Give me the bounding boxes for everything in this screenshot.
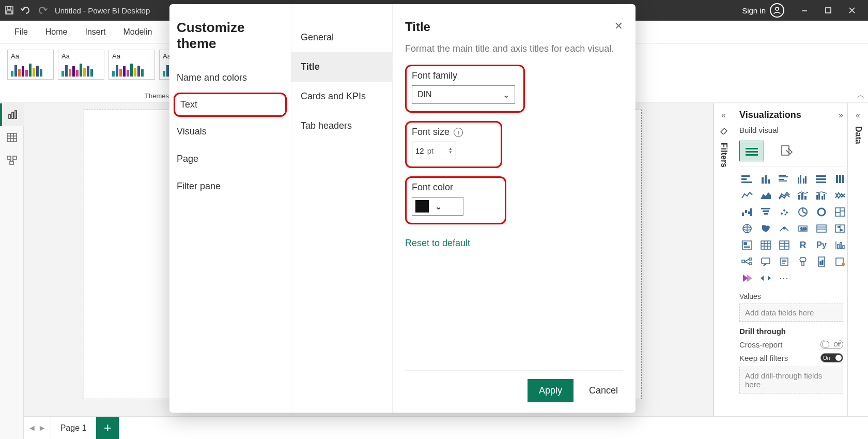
clustered-column-chart-icon[interactable] — [795, 172, 811, 186]
font-family-select[interactable]: DIN ⌄ — [412, 85, 515, 104]
redo-icon[interactable] — [37, 5, 48, 16]
qa-visual-icon[interactable] — [758, 255, 773, 268]
ribbon-tab-file[interactable]: File — [14, 27, 28, 37]
undo-icon[interactable] — [21, 5, 31, 16]
stacked-column-chart-icon[interactable] — [758, 172, 773, 186]
drill-through-field-well[interactable]: Add drill-through fields here — [739, 367, 843, 393]
line-chart-icon[interactable] — [739, 189, 755, 202]
report-view-icon[interactable] — [0, 103, 24, 126]
line-clustered-column-icon[interactable] — [814, 189, 829, 202]
hundred-stacked-bar-icon[interactable] — [814, 172, 829, 186]
ribbon-tab-home[interactable]: Home — [45, 27, 68, 37]
svg-point-61 — [783, 209, 785, 211]
info-icon[interactable]: i — [454, 128, 463, 137]
ribbon-tab-modeling[interactable]: Modelin — [123, 27, 152, 37]
svg-point-114 — [842, 263, 845, 266]
ribbon-chart-icon[interactable] — [832, 189, 847, 202]
apply-button[interactable]: Apply — [528, 379, 574, 402]
goals-icon[interactable] — [795, 255, 811, 268]
nav-visuals[interactable]: Visuals — [169, 118, 291, 145]
map-icon[interactable] — [739, 222, 755, 235]
azure-map-icon[interactable] — [777, 222, 792, 235]
clustered-bar-chart-icon[interactable] — [777, 172, 792, 186]
slicer-icon[interactable] — [758, 238, 773, 252]
py-visual-icon[interactable]: Py — [814, 238, 829, 252]
key-influencers-icon[interactable] — [832, 238, 847, 252]
cat-tab-headers[interactable]: Tab headers — [291, 111, 392, 141]
svg-rect-28 — [762, 177, 764, 184]
chevron-right-icon[interactable]: » — [839, 111, 843, 120]
build-visual-tab[interactable] — [739, 141, 764, 161]
add-page-button[interactable]: + — [96, 417, 119, 440]
font-color-picker[interactable]: ⌄ — [412, 197, 463, 216]
theme-thumb[interactable]: Aa — [7, 50, 54, 80]
cancel-button[interactable]: Cancel — [584, 379, 623, 402]
signin-button[interactable]: Sign in — [742, 3, 784, 18]
gauge-icon[interactable]: 123 — [795, 222, 811, 235]
treemap-icon[interactable] — [832, 205, 847, 219]
cross-report-toggle[interactable]: Off — [820, 340, 843, 349]
font-family-value: DIN — [417, 90, 432, 99]
page-tab[interactable]: Page 1 — [51, 417, 97, 440]
more-visuals-icon[interactable]: ⋯ — [777, 271, 792, 285]
stacked-area-chart-icon[interactable] — [777, 189, 792, 202]
donut-chart-icon[interactable] — [814, 205, 829, 219]
svg-rect-96 — [838, 245, 839, 249]
ribbon-collapse-icon[interactable]: ︿ — [857, 90, 865, 101]
hundred-stacked-column-icon[interactable] — [832, 172, 847, 186]
kpi-icon[interactable] — [739, 238, 755, 252]
cat-general[interactable]: General — [291, 23, 392, 52]
app-source-icon[interactable] — [758, 271, 773, 285]
reset-to-default-link[interactable]: Reset to default — [405, 238, 623, 249]
area-chart-icon[interactable] — [758, 189, 773, 202]
table-icon[interactable] — [777, 238, 792, 252]
model-view-icon[interactable] — [0, 149, 24, 172]
svg-point-65 — [818, 208, 825, 216]
save-icon[interactable] — [4, 5, 14, 16]
multi-row-card-icon[interactable] — [832, 222, 847, 235]
font-size-input[interactable]: 12 pt ▲▼ — [412, 142, 456, 159]
stacked-bar-chart-icon[interactable] — [739, 172, 755, 186]
smart-narrative-icon[interactable] — [777, 255, 792, 268]
font-size-unit: pt — [427, 146, 434, 155]
svg-rect-34 — [779, 180, 787, 181]
prev-page-icon[interactable]: ◄ — [28, 423, 36, 433]
visualizations-pane: Visualizations » Build visual — [733, 103, 847, 439]
decomposition-tree-icon[interactable] — [739, 255, 755, 268]
data-view-icon[interactable] — [0, 126, 24, 149]
right-panes: « Filters Visualizations » Build visual — [713, 103, 868, 439]
pie-chart-icon[interactable] — [795, 205, 811, 219]
power-automate-icon[interactable] — [739, 271, 755, 285]
r-visual-icon[interactable]: R — [795, 238, 811, 252]
data-pane-collapsed[interactable]: « Data — [847, 103, 868, 439]
close-button[interactable] — [840, 0, 864, 21]
power-apps-icon[interactable] — [832, 255, 847, 268]
filters-pane-collapsed[interactable]: « Filters — [714, 103, 733, 439]
values-field-well[interactable]: Add data fields here — [739, 304, 843, 322]
close-icon[interactable]: ✕ — [614, 20, 623, 32]
cat-cards-kpis[interactable]: Cards and KPIs — [291, 82, 392, 111]
funnel-chart-icon[interactable] — [758, 205, 773, 219]
filled-map-icon[interactable] — [758, 222, 773, 235]
svg-rect-29 — [765, 175, 767, 184]
theme-thumb[interactable]: Aa — [58, 50, 104, 80]
number-stepper[interactable]: ▲▼ — [448, 147, 453, 154]
keep-filters-toggle[interactable]: On — [820, 353, 843, 362]
ribbon-tab-insert[interactable]: Insert — [85, 27, 105, 37]
minimize-button[interactable] — [793, 0, 816, 21]
cat-title[interactable]: Title — [291, 52, 392, 82]
paginated-report-icon[interactable] — [814, 255, 829, 268]
format-visual-tab[interactable] — [774, 141, 799, 161]
theme-thumb[interactable]: Aa — [109, 50, 155, 80]
maximize-button[interactable] — [816, 0, 840, 21]
next-page-icon[interactable]: ► — [38, 423, 47, 433]
line-column-chart-icon[interactable] — [795, 189, 811, 202]
font-size-group: Font size i 12 pt ▲▼ — [405, 121, 502, 168]
scatter-chart-icon[interactable] — [777, 205, 792, 219]
nav-page[interactable]: Page — [169, 145, 291, 173]
card-icon[interactable] — [814, 222, 829, 235]
nav-name-and-colors[interactable]: Name and colors — [169, 64, 291, 92]
nav-filter-pane[interactable]: Filter pane — [169, 173, 291, 200]
nav-text[interactable]: Text — [174, 93, 287, 117]
waterfall-chart-icon[interactable] — [739, 205, 755, 219]
